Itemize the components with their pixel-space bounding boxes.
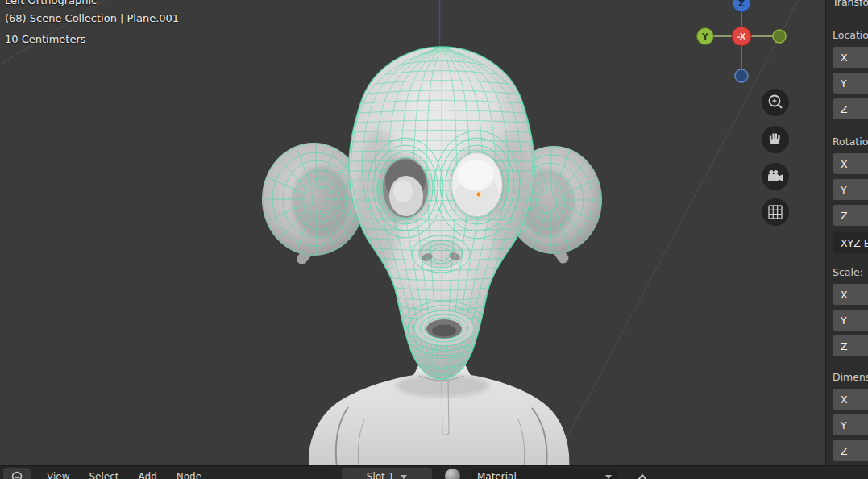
axis-label: Z — [841, 103, 848, 115]
axis-label: Y — [841, 184, 847, 196]
dimensions-z-field[interactable]: Z — [833, 440, 868, 461]
slot-dropdown[interactable]: Slot 1 — [342, 468, 432, 479]
left-eye — [383, 158, 428, 218]
axis-label: Y — [841, 314, 847, 327]
gizmo-axis-z-button[interactable]: Z — [733, 0, 750, 12]
collapse-header-button[interactable] — [637, 469, 648, 479]
rotation-z-field[interactable]: Z — [833, 205, 868, 226]
menu-select[interactable]: Select — [89, 471, 118, 479]
axis-label: Z — [841, 340, 848, 352]
chevron-down-icon — [401, 475, 407, 479]
menu-add[interactable]: Add — [139, 471, 157, 479]
gizmo-axis-neg-y-button[interactable] — [773, 30, 786, 43]
material-selector-dropdown[interactable]: Material — [471, 468, 618, 479]
gizmo-axis-neg-z-button[interactable] — [735, 69, 748, 82]
scale-label: Scale: — [833, 266, 868, 279]
location-y-field[interactable]: Y — [833, 73, 868, 94]
gizmo-axis-y-button[interactable]: Y — [697, 28, 714, 45]
axis-label: X — [841, 289, 848, 301]
location-label: Location: — [833, 29, 868, 42]
navigation-gizmo[interactable]: Z Y -X — [690, 0, 795, 92]
nose — [418, 240, 463, 267]
dimensions-label: Dimensions: — [833, 371, 868, 384]
camera-view-button[interactable] — [762, 163, 789, 190]
menu-bar: View Select Add Node — [47, 466, 201, 479]
axis-label: Z — [841, 210, 848, 222]
svg-text:Z: Z — [738, 0, 745, 9]
dimensions-x-field[interactable]: X — [833, 389, 868, 410]
axis-label: Y — [841, 77, 847, 90]
editor-type-icon — [10, 470, 23, 479]
rotation-y-field[interactable]: Y — [833, 179, 868, 200]
material-name: Material — [477, 471, 517, 479]
axis-label: Y — [841, 419, 847, 431]
scale-y-field[interactable]: Y — [833, 310, 868, 331]
transform-sidebar: Transform Location: X Y Z Rotation: X Y … — [825, 0, 868, 466]
camera-icon — [762, 163, 789, 190]
zoom-icon — [762, 89, 789, 116]
pan-hand-icon — [762, 126, 789, 153]
editor-type-button[interactable] — [3, 468, 31, 479]
grid-icon — [762, 198, 789, 226]
right-eye — [452, 153, 502, 216]
menu-view[interactable]: View — [47, 471, 69, 479]
gizmo-axis-neg-x-button[interactable]: -X — [732, 27, 751, 46]
axis-label: X — [841, 394, 848, 406]
svg-text:Y: Y — [701, 31, 709, 42]
panel-title: Transform — [833, 0, 868, 10]
view-name-text: Left Orthographic — [5, 0, 97, 6]
chevron-down-icon — [605, 475, 612, 479]
scale-x-field[interactable]: X — [833, 284, 868, 305]
svg-text:-X: -X — [737, 32, 745, 41]
zoom-button[interactable] — [762, 89, 789, 116]
rotation-mode-value: XYZ Euler — [841, 237, 868, 249]
grid-toggle-button[interactable] — [762, 198, 789, 226]
location-x-field[interactable]: X — [833, 47, 868, 68]
mouth — [414, 311, 474, 345]
material-preview-ball — [445, 469, 460, 479]
slot-label: Slot 1 — [367, 471, 394, 479]
grid-scale-text: 10 Centimeters — [5, 33, 86, 45]
rotation-x-field[interactable]: X — [833, 153, 868, 174]
blender-window: Left Orthographic (68) Scene Collection … — [0, 0, 868, 479]
object-origin-dot — [476, 192, 481, 197]
dimensions-y-field[interactable]: Y — [833, 414, 868, 435]
pan-button[interactable] — [762, 126, 789, 153]
axis-label: X — [841, 158, 848, 170]
menu-node[interactable]: Node — [177, 471, 201, 479]
rotation-mode-dropdown[interactable]: XYZ Euler — [833, 232, 868, 253]
scale-z-field[interactable]: Z — [833, 335, 868, 356]
collection-info-text: (68) Scene Collection | Plane.001 — [5, 12, 179, 24]
rotation-label: Rotation: — [833, 135, 868, 148]
axis-label: Z — [841, 445, 848, 457]
bottom-editor-header: View Select Add Node Slot 1 Material — [0, 465, 868, 479]
axis-label: X — [841, 52, 848, 64]
chevron-up-icon — [637, 473, 648, 479]
location-z-field[interactable]: Z — [833, 98, 868, 119]
